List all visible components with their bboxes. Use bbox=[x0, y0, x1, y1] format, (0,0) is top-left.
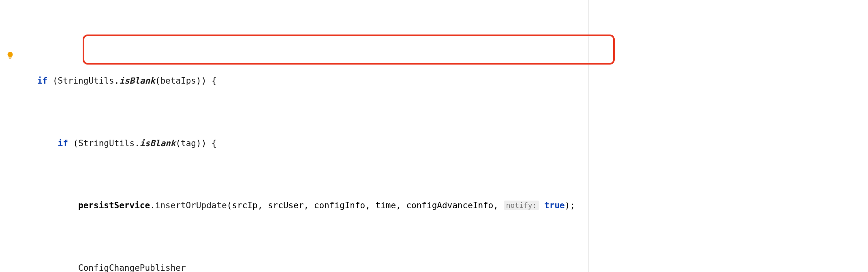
lightbulb-icon[interactable] bbox=[6, 51, 15, 60]
code-line[interactable]: persistService.insertOrUpdate(srcIp, src… bbox=[22, 199, 868, 212]
code-editor[interactable]: if (StringUtils.isBlank(betaIps)) { if (… bbox=[0, 0, 868, 272]
code-line[interactable]: if (StringUtils.isBlank(betaIps)) { bbox=[22, 75, 868, 87]
code-area[interactable]: if (StringUtils.isBlank(betaIps)) { if (… bbox=[22, 0, 868, 272]
param-hint: notify: bbox=[504, 201, 539, 210]
keyword-if: if bbox=[37, 76, 47, 86]
right-margin-guide bbox=[588, 0, 589, 272]
code-line[interactable]: ConfigChangePublisher bbox=[22, 262, 868, 272]
code-line[interactable]: if (StringUtils.isBlank(tag)) { bbox=[22, 137, 868, 150]
keyword-if: if bbox=[58, 138, 68, 148]
annotation-highlight-box bbox=[83, 35, 615, 65]
svg-rect-0 bbox=[9, 58, 11, 58]
editor-gutter bbox=[0, 0, 22, 272]
